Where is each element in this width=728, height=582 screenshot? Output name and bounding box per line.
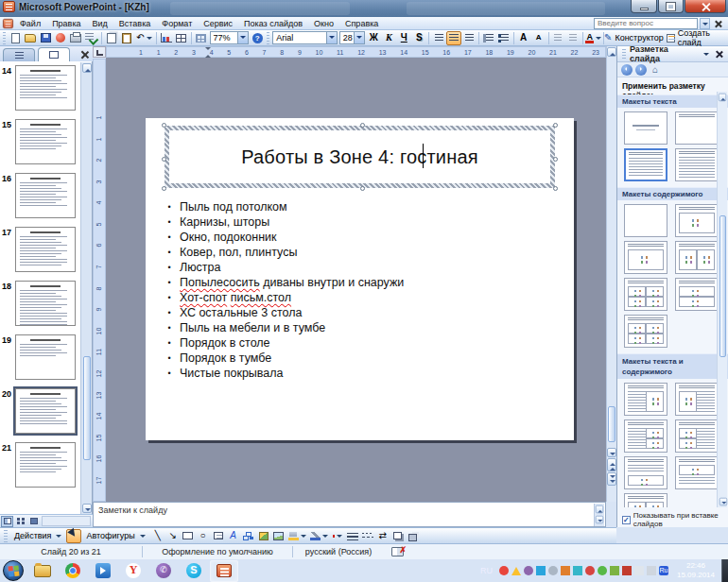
- tab-slides[interactable]: [38, 47, 70, 61]
- slide-thumbnail-21[interactable]: [15, 442, 76, 488]
- increase-indent-button[interactable]: [565, 31, 581, 45]
- picture-tool[interactable]: [271, 529, 286, 543]
- status-design-name[interactable]: Оформление по умолчанию: [143, 547, 292, 556]
- tray-google-drive-icon[interactable]: [511, 567, 521, 575]
- resize-handle[interactable]: [162, 123, 166, 128]
- font-size-combo[interactable]: 28: [339, 31, 366, 44]
- start-button[interactable]: [3, 560, 24, 581]
- taskbar-viber[interactable]: ✆: [149, 560, 178, 582]
- home-button[interactable]: ⌂: [652, 64, 658, 75]
- resize-handle[interactable]: [162, 157, 166, 162]
- tray-chrome-icon[interactable]: [499, 566, 509, 575]
- taskbar-yandex-browser[interactable]: Y: [119, 560, 147, 582]
- minimize-button[interactable]: [631, 0, 657, 13]
- underline-button[interactable]: Ч: [396, 31, 411, 45]
- title-bar[interactable]: Microsoft PowerPoint - [KZh]: [0, 0, 728, 17]
- italic-button[interactable]: К: [381, 31, 396, 45]
- bullet-item[interactable]: •Чистые покрывала: [159, 366, 556, 381]
- slide-thumbnail-14[interactable]: [15, 65, 76, 111]
- resize-handle[interactable]: [360, 186, 365, 191]
- notes-pane[interactable]: Заметки к слайду: [93, 502, 606, 527]
- back-button[interactable]: [621, 64, 633, 76]
- zoom-combo[interactable]: 77%: [210, 31, 250, 44]
- rectangle-tool[interactable]: [181, 529, 196, 543]
- slide-thumbnail-15[interactable]: [15, 119, 76, 164]
- body-placeholder[interactable]: •Пыль под потолком•Карнизы, шторы•Окно, …: [159, 199, 556, 381]
- bulleted-list-button[interactable]: [496, 31, 511, 45]
- decrease-font-button[interactable]: A: [531, 31, 546, 45]
- scroll-up-icon[interactable]: [596, 505, 604, 514]
- previous-slide-button[interactable]: [607, 458, 616, 471]
- 3d-style-tool[interactable]: [406, 529, 421, 543]
- tray-update-icon[interactable]: [561, 566, 570, 575]
- taskbar-clock[interactable]: 22:46 15.09.2014: [677, 561, 715, 580]
- status-language[interactable]: русский (Россия): [293, 547, 384, 556]
- task-pane-scrollbar[interactable]: [717, 92, 727, 507]
- resize-handle[interactable]: [360, 123, 365, 128]
- layout-thumb-bc[interactable]: [624, 383, 667, 416]
- font-color-tool[interactable]: [330, 529, 345, 543]
- text-shadow-button[interactable]: S: [411, 31, 426, 45]
- bullet-item[interactable]: •Карнизы, шторы: [159, 214, 556, 230]
- slide-thumbnail-17[interactable]: [15, 227, 76, 272]
- layout-thumb-ts[interactable]: [624, 111, 667, 145]
- undo-button[interactable]: ↶: [134, 31, 153, 45]
- scroll-up-icon[interactable]: [82, 63, 92, 73]
- wordart-tool[interactable]: А: [226, 529, 241, 543]
- increase-font-button[interactable]: A: [516, 31, 531, 45]
- slide-thumbnail-20[interactable]: [15, 388, 76, 434]
- horizontal-scrollbar[interactable]: [42, 516, 91, 526]
- bullet-item[interactable]: •Хот-спот письм.стол: [159, 290, 556, 305]
- slide-thumbnail-16[interactable]: [15, 173, 76, 218]
- layout-thumb-c[interactable]: [675, 204, 719, 237]
- menu-view[interactable]: Вид: [87, 18, 113, 29]
- scroll-down-icon[interactable]: [596, 516, 604, 524]
- decrease-indent-button[interactable]: [550, 31, 565, 45]
- bullet-item[interactable]: •Ковер, пол, плинтусы: [159, 245, 556, 260]
- close-button[interactable]: [685, 0, 726, 13]
- bullet-item[interactable]: •Окно, подоконник: [159, 230, 556, 245]
- new-slide-button[interactable]: Создать слайд: [662, 31, 727, 45]
- font-color-button[interactable]: A: [585, 31, 601, 45]
- scroll-up-icon[interactable]: [607, 47, 616, 57]
- resize-handle[interactable]: [553, 123, 558, 128]
- menu-tools[interactable]: Сервис: [198, 18, 238, 29]
- paste-button[interactable]: [119, 31, 134, 45]
- task-pane-grip[interactable]: [622, 49, 626, 59]
- draw-actions-button[interactable]: Действия: [9, 529, 66, 543]
- open-button[interactable]: [23, 31, 38, 45]
- toolbar-grip[interactable]: [3, 32, 6, 44]
- bullet-item[interactable]: •Пыль под потолком: [159, 199, 556, 214]
- notes-scrollbar[interactable]: [594, 504, 604, 526]
- menu-slideshow[interactable]: Показ слайдов: [238, 18, 308, 29]
- layout-thumb-cb[interactable]: [675, 383, 719, 416]
- menu-window[interactable]: Окно: [308, 18, 339, 29]
- bullet-item[interactable]: •Порядок в столе: [159, 335, 556, 351]
- clipart-tool[interactable]: [256, 529, 271, 543]
- layout-thumb-blank[interactable]: [624, 204, 667, 237]
- scrollbar-thumb[interactable]: [83, 356, 91, 460]
- tab-outline[interactable]: [3, 48, 35, 61]
- fill-color-tool[interactable]: [286, 529, 308, 543]
- spelling-button[interactable]: [83, 31, 99, 45]
- resize-handle[interactable]: [162, 186, 166, 191]
- oval-tool[interactable]: ○: [196, 529, 211, 543]
- task-pane-menu-button[interactable]: [700, 48, 712, 60]
- layout-thumb-t2c2[interactable]: [675, 278, 719, 311]
- tray-punto-switcher-icon[interactable]: Ru: [659, 566, 668, 575]
- taskbar-explorer[interactable]: [28, 560, 57, 582]
- diagram-tool[interactable]: [241, 529, 256, 543]
- forward-button[interactable]: [635, 64, 647, 76]
- editor-vertical-scrollbar[interactable]: [606, 46, 616, 502]
- layout-thumb-t4c[interactable]: [624, 278, 667, 311]
- arrow-style-tool[interactable]: ⇄: [375, 529, 390, 543]
- insert-table-button[interactable]: [174, 31, 189, 45]
- slide-sorter-button[interactable]: [14, 516, 26, 527]
- menu-file[interactable]: Файл: [14, 18, 46, 29]
- layout-thumb-t2c[interactable]: [675, 241, 719, 274]
- slide-thumbnail-19[interactable]: [15, 334, 76, 380]
- bullet-item[interactable]: •ХС остальные 3 стола: [159, 305, 556, 320]
- taskbar-powerpoint[interactable]: [210, 560, 238, 582]
- tray-volume-icon[interactable]: [647, 566, 656, 575]
- resize-handle[interactable]: [553, 157, 558, 162]
